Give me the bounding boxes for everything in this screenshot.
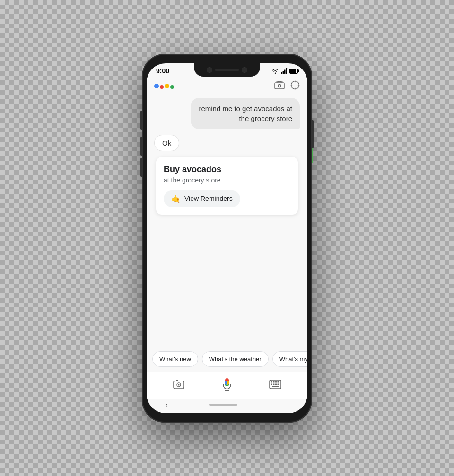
svg-point-14 — [178, 384, 180, 385]
svg-point-6 — [278, 84, 281, 87]
svg-rect-28 — [272, 386, 279, 387]
suggestion-chip-1[interactable]: What's the weather — [202, 351, 269, 367]
view-reminders-label: View Reminders — [184, 195, 233, 202]
microphone-icon[interactable] — [219, 376, 235, 395]
battery-fill — [290, 69, 296, 73]
svg-rect-0 — [281, 72, 282, 74]
dot-green — [170, 85, 174, 89]
battery-icon — [289, 69, 298, 74]
svg-rect-4 — [275, 83, 284, 89]
reminder-title: Buy avocados — [164, 164, 290, 174]
svg-rect-25 — [273, 383, 274, 385]
home-area: ‹ — [147, 399, 307, 413]
snapshot-icon[interactable] — [274, 81, 285, 92]
dot-yellow — [165, 84, 169, 88]
assistant-ok-container: Ok — [154, 135, 300, 151]
notch — [194, 63, 260, 77]
notch-camera-2 — [242, 67, 247, 73]
ok-bubble: Ok — [154, 135, 179, 151]
keyboard-icon[interactable] — [266, 377, 284, 395]
camera-lens-icon[interactable] — [170, 375, 188, 396]
google-dots — [154, 83, 174, 89]
view-reminders-button[interactable]: 🤙 View Reminders — [164, 190, 240, 207]
dot-blue — [154, 84, 159, 88]
signal-icon — [281, 68, 288, 74]
notch-camera — [207, 67, 212, 73]
back-button[interactable]: ‹ — [166, 401, 168, 408]
phone-device: 9:00 — [142, 54, 312, 423]
suggestions-area: What's new What's the weather What's my … — [147, 346, 307, 372]
svg-rect-15 — [176, 380, 178, 381]
compass-icon[interactable] — [290, 80, 300, 92]
svg-rect-1 — [283, 71, 284, 74]
status-time: 9:00 — [156, 67, 169, 75]
suggestion-chip-2[interactable]: What's my wa... — [272, 351, 307, 367]
home-pill[interactable] — [209, 404, 237, 406]
notch-speaker — [215, 69, 239, 71]
svg-rect-24 — [271, 383, 272, 385]
wifi-icon — [271, 68, 279, 74]
svg-rect-21 — [273, 381, 274, 383]
svg-rect-23 — [277, 381, 279, 383]
status-icons — [271, 68, 298, 74]
svg-rect-20 — [271, 381, 272, 383]
google-assistant-logo — [154, 83, 174, 89]
header-actions — [274, 80, 300, 92]
svg-rect-22 — [275, 381, 277, 383]
svg-rect-27 — [277, 383, 279, 385]
phone-screen: 9:00 — [147, 63, 307, 413]
svg-rect-26 — [275, 383, 277, 385]
side-indicator — [312, 148, 313, 163]
content-area: remind me to get avocados at the grocery… — [147, 94, 307, 346]
dot-red — [160, 85, 164, 89]
svg-rect-2 — [284, 69, 286, 74]
app-header — [147, 77, 307, 94]
reminder-subtitle: at the grocery store — [164, 176, 290, 184]
user-message-container: remind me to get avocados at the grocery… — [154, 98, 300, 129]
reminder-card: Buy avocados at the grocery store 🤙 View… — [156, 157, 298, 215]
hand-icon: 🤙 — [171, 194, 181, 203]
bottom-toolbar — [147, 372, 307, 399]
user-message-bubble: remind me to get avocados at the grocery… — [191, 98, 300, 129]
svg-rect-3 — [286, 68, 287, 74]
suggestion-chip-0[interactable]: What's new — [152, 351, 198, 367]
